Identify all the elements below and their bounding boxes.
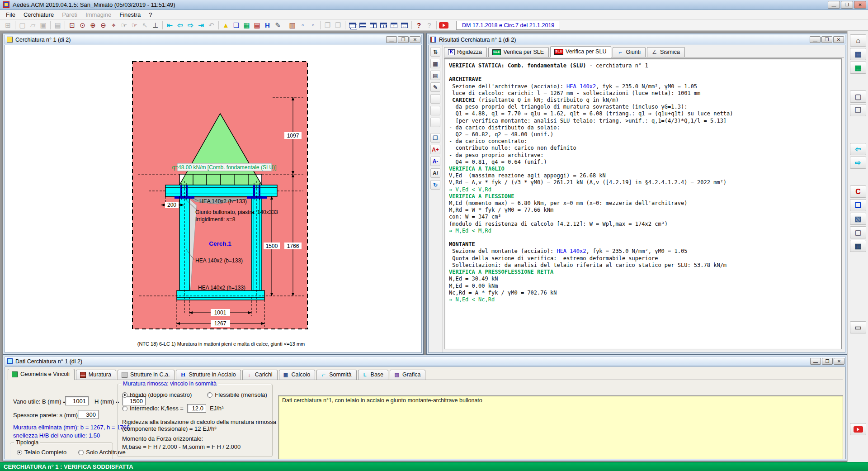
next-item-icon[interactable]: ⇨: [185, 20, 196, 30]
previous-item-icon[interactable]: ⇦: [175, 20, 185, 30]
risultati-maximize-button[interactable]: [821, 36, 832, 43]
next-window-icon[interactable]: ⇨: [850, 157, 866, 169]
zoom-out-icon[interactable]: ⊖: [98, 20, 108, 30]
dati-titlebar[interactable]: Dati Cerchiatura n° 1 (di 2): [5, 357, 846, 366]
tab-sommita[interactable]: Sommità: [316, 370, 356, 380]
cerchiatura-close-button[interactable]: [410, 36, 420, 43]
restore-button[interactable]: [841, 1, 853, 9]
tab-strutture-ca[interactable]: Strutture in C.a.: [118, 370, 175, 380]
menu-item-finestra[interactable]: Finestra: [115, 10, 145, 19]
zoom-extents-icon[interactable]: ⊡: [67, 20, 77, 30]
risultati-minimize-button[interactable]: [810, 36, 821, 43]
roof-load-icon[interactable]: ▲: [221, 20, 231, 30]
tab-strutture-acciaio[interactable]: Strutture in Acciaio: [176, 370, 241, 380]
home-icon[interactable]: ⌂: [850, 34, 866, 47]
font-increase-icon[interactable]: A+: [430, 145, 440, 154]
edit-icon[interactable]: ✎: [430, 82, 440, 92]
tool-blank1-icon[interactable]: [430, 94, 440, 104]
text-segment: , fyk = 235.0 N/mm², γM0 = 1.05: [586, 248, 687, 254]
menu-item-help[interactable]: ?: [145, 10, 156, 19]
tab-grafica[interactable]: Grafica: [390, 370, 425, 380]
zoom-window-icon[interactable]: ⊙: [77, 20, 88, 30]
memo-field[interactable]: Dati cerchiatura n°1, con telaio in acci…: [278, 395, 843, 459]
zoom-in-icon[interactable]: ⊕: [88, 20, 98, 30]
youtube-icon[interactable]: [439, 20, 449, 30]
dati-minimize-button[interactable]: [810, 358, 821, 365]
axes-icon[interactable]: ⊥: [150, 20, 160, 30]
report-icon[interactable]: ▢: [850, 90, 866, 103]
font-decrease-icon[interactable]: A-: [430, 157, 440, 166]
pan-icon[interactable]: ⌖: [108, 20, 119, 30]
tab-geometria[interactable]: Geometria e Vincoli: [8, 369, 75, 380]
computation-doc-icon[interactable]: C: [850, 186, 866, 198]
menu-item-file[interactable]: File: [2, 10, 19, 19]
arrange-windows-icon[interactable]: [378, 20, 389, 30]
radio-intermedio-k-fless-[interactable]: Intermedio: K,fless =: [122, 405, 184, 412]
masonry-icon[interactable]: ▤: [252, 20, 262, 30]
tab-muratura[interactable]: Muratura: [76, 370, 116, 380]
dati-maximize-button[interactable]: [822, 358, 833, 365]
risultati-titlebar[interactable]: Risultati Cerchiatura n° 1 (di 2): [428, 35, 845, 44]
cerchiatura-minimize-button[interactable]: [386, 36, 397, 43]
help-icon[interactable]: ?: [414, 20, 424, 30]
prev-window-icon[interactable]: ⇦: [850, 143, 866, 155]
tab-sismica[interactable]: ∠Sismica: [647, 47, 685, 57]
s-input[interactable]: [78, 410, 99, 419]
tile-horizontal-icon[interactable]: [358, 20, 368, 30]
tab-verifica-sle[interactable]: SLEVerifica per SLE: [488, 47, 549, 57]
tool-blank2-icon[interactable]: [430, 106, 440, 115]
last-item-icon[interactable]: ⇥: [196, 20, 206, 30]
tab-verifica-slu[interactable]: SLUVerifica per SLU: [550, 46, 611, 57]
tool-blank3-icon[interactable]: [430, 118, 440, 127]
copy-page-icon[interactable]: ❐: [430, 133, 440, 143]
dati-body: Geometria e VincoliMuraturaStrutture in …: [5, 366, 846, 459]
youtube-link-icon[interactable]: [850, 423, 866, 435]
tab-base[interactable]: Base: [358, 370, 389, 380]
chart-doc-icon[interactable]: ▧: [850, 213, 866, 225]
tab-carichi[interactable]: Carichi: [242, 370, 278, 380]
wall-section-icon[interactable]: ▥: [287, 20, 297, 30]
cerchiatura-maximize-button[interactable]: [398, 36, 409, 43]
steel-profile-icon[interactable]: H: [262, 20, 273, 30]
radio-flessibile-mensola-[interactable]: Flessibile (mensola): [207, 391, 267, 398]
result-line: M,Ed = 0.00 kNm: [449, 283, 837, 290]
hand-plus-icon[interactable]: ☞: [129, 20, 140, 30]
tile-vertical-icon[interactable]: [368, 20, 378, 30]
cascade-windows-icon[interactable]: [347, 20, 358, 30]
fit-window-icon[interactable]: [399, 20, 410, 30]
minimize-button[interactable]: [828, 1, 840, 9]
document-icon[interactable]: ▢: [850, 226, 866, 238]
radio-telaio-completo[interactable]: Telaio Completo: [17, 449, 66, 456]
frame-outline2-icon[interactable]: ▫: [308, 20, 318, 30]
maximize-window-icon[interactable]: [389, 20, 399, 30]
frame-outline-icon[interactable]: ▫: [297, 20, 308, 30]
notes-icon[interactable]: ✎: [273, 20, 283, 30]
radio-rigido-doppio-incastro-[interactable]: Rigido (doppio incastro): [122, 391, 192, 398]
frame-doc-icon[interactable]: ❏: [850, 199, 866, 211]
tab-rigidezza[interactable]: KRigidezza: [444, 47, 487, 57]
refresh-icon[interactable]: ↻: [430, 180, 440, 190]
grid-doc-icon[interactable]: ▦: [850, 240, 866, 252]
close-button[interactable]: [854, 1, 866, 9]
risultati-close-button[interactable]: [833, 36, 844, 43]
frame-icon[interactable]: ❏: [231, 20, 241, 30]
dati-close-button[interactable]: [834, 358, 844, 365]
opening-icon[interactable]: ▦: [241, 20, 252, 30]
font-style-icon[interactable]: A/: [430, 168, 440, 178]
hand-icon[interactable]: ☞: [119, 20, 129, 30]
building-icon[interactable]: ▦: [850, 48, 866, 60]
drawing-canvas[interactable]: q=48.00 kN/m [Comb. fondamentale (SLU)] …: [5, 45, 422, 353]
table-view-icon[interactable]: ▤: [430, 71, 440, 80]
b-input[interactable]: [65, 396, 89, 405]
move-view-icon[interactable]: ⇅: [430, 47, 440, 57]
tab-calcolo[interactable]: Calcolo: [279, 370, 316, 380]
grid-view-icon[interactable]: ▦: [430, 59, 440, 68]
menu-item-cerchiature[interactable]: Cerchiature: [19, 10, 58, 19]
device-icon[interactable]: ▭: [850, 321, 866, 333]
tab-giunti[interactable]: ⌐Giunti: [613, 47, 646, 57]
first-item-icon[interactable]: ⇤: [165, 20, 175, 30]
openings-grid-icon[interactable]: ▦: [850, 62, 866, 74]
cerchiatura-titlebar[interactable]: Cerchiatura n° 1 (di 2): [5, 35, 422, 44]
reports-stack-icon[interactable]: ❒: [850, 104, 866, 116]
kfless-input[interactable]: [187, 404, 206, 413]
